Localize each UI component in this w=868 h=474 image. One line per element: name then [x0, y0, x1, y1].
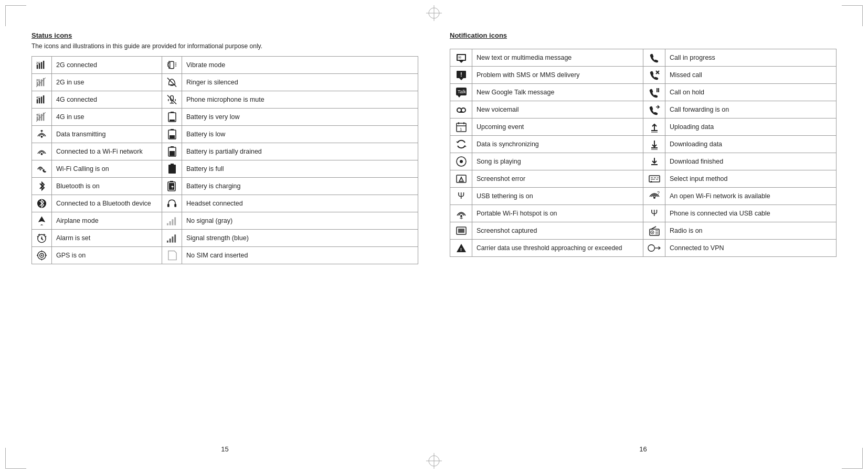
- label-battery-partial: Battery is partially drained: [182, 143, 418, 160]
- svg-rect-29: [39, 98, 40, 104]
- svg-text:Ψ: Ψ: [458, 191, 464, 200]
- svg-text:!: !: [460, 71, 462, 78]
- corner-tr: [842, 5, 863, 26]
- icon-data-transmitting: [32, 126, 52, 143]
- svg-rect-8: [39, 63, 40, 69]
- icon-battery-charging: [162, 178, 182, 195]
- notification-icons-table: ✉ New text or multimedia message Call in…: [450, 49, 837, 257]
- icon-song-playing: [450, 153, 472, 170]
- svg-point-136: [460, 215, 462, 217]
- icon-carrier-threshold: !: [450, 240, 472, 257]
- svg-rect-41: [41, 114, 42, 121]
- svg-rect-65: [167, 204, 170, 207]
- label-data-transmitting: Data transmitting: [52, 126, 162, 143]
- label-no-signal: No signal (gray): [182, 212, 418, 230]
- left-page: Status icons The icons and illustrations…: [31, 31, 418, 453]
- crosshair-bottom: [426, 453, 442, 469]
- icon-call-forwarding: [643, 101, 665, 118]
- icon-bluetooth-on: [32, 178, 52, 195]
- icon-download-finished: [643, 153, 665, 170]
- svg-text:Talk: Talk: [458, 89, 467, 94]
- svg-text:Ψ: Ψ: [651, 209, 658, 218]
- icon-open-wifi: ?: [643, 188, 665, 205]
- icon-bluetooth-connected: [32, 195, 52, 212]
- label-usb-tethering: USB tethering is on: [472, 188, 643, 205]
- label-ringer-silenced: Ringer is silenced: [182, 74, 418, 91]
- icon-new-message: ✉: [450, 49, 472, 67]
- svg-rect-69: [172, 219, 174, 225]
- right-page: Notification icons ✉ New text or multime…: [450, 31, 837, 453]
- icon-vpn: [643, 240, 665, 257]
- label-battery-full: Battery is full: [182, 160, 418, 178]
- notification-icons-title: Notification icons: [450, 31, 837, 39]
- label-headset: Headset connected: [182, 195, 418, 212]
- svg-point-78: [41, 238, 43, 240]
- label-call-on-hold: Call on hold: [665, 84, 837, 101]
- label-radio-on: Radio is on: [665, 222, 837, 240]
- icon-wifi-calling: [32, 160, 52, 178]
- status-icons-subtitle: The icons and illustrations in this guid…: [31, 42, 418, 50]
- icon-battery-partial: [162, 143, 182, 160]
- label-upcoming-event: Upcoming event: [472, 118, 643, 136]
- icon-voicemail: [450, 101, 472, 118]
- icon-4g-in-use: 4G: [32, 109, 52, 126]
- label-screenshot-captured: Screenshot captured: [472, 222, 643, 240]
- label-voicemail: New voicemail: [472, 101, 643, 118]
- svg-text:!: !: [461, 178, 462, 181]
- corner-tl: [5, 5, 26, 26]
- label-new-message: New text or multimedia message: [472, 49, 643, 67]
- icon-usb-connected: Ψ: [643, 205, 665, 222]
- label-signal-strength: Signal strength (blue): [182, 230, 418, 247]
- label-bluetooth-on: Bluetooth is on: [52, 178, 162, 195]
- svg-rect-82: [174, 234, 176, 242]
- svg-rect-9: [41, 62, 42, 69]
- icon-select-input: [643, 170, 665, 188]
- status-icons-table: 2G 2G connected ⟨: [31, 56, 418, 264]
- svg-text:?: ?: [657, 190, 660, 196]
- icon-gtalk: Talk: [450, 84, 472, 101]
- label-sync: Data is synchronizing: [472, 136, 643, 153]
- svg-marker-92: [459, 61, 463, 63]
- label-downloading: Downloading data: [665, 136, 837, 153]
- svg-rect-30: [41, 96, 42, 103]
- svg-rect-80: [170, 239, 171, 243]
- label-sms-problem: Problem with SMS or MMS delivery: [472, 67, 643, 84]
- svg-point-54: [41, 153, 43, 155]
- icon-ringer-silenced: [162, 74, 182, 91]
- svg-point-120: [460, 160, 463, 163]
- svg-rect-67: [167, 223, 168, 225]
- label-select-input: Select input method: [665, 170, 837, 188]
- left-page-number: 15: [31, 435, 418, 453]
- svg-rect-10: [43, 61, 44, 69]
- icon-battery-full: [162, 160, 182, 178]
- label-wifi-connected: Connected to a Wi-Fi network: [52, 143, 162, 160]
- corner-br: [842, 448, 863, 469]
- label-alarm: Alarm is set: [52, 230, 162, 247]
- status-icons-title: Status icons: [31, 31, 418, 39]
- icon-2g-connected: 2G: [32, 57, 52, 74]
- svg-rect-66: [174, 204, 176, 207]
- label-open-wifi: An open Wi-Fi network is available: [665, 188, 837, 205]
- label-wifi-calling: Wi-Fi Calling is on: [52, 160, 162, 178]
- icon-gps: [32, 247, 52, 264]
- svg-marker-90: [168, 251, 176, 260]
- icon-screenshot-error: !: [450, 170, 472, 188]
- svg-rect-125: [649, 176, 660, 182]
- icon-call-on-hold: [643, 84, 665, 101]
- icon-battery-very-low: [162, 109, 182, 126]
- svg-rect-60: [168, 165, 176, 174]
- label-screenshot-error: Screenshot error: [472, 170, 643, 188]
- svg-text:✉: ✉: [458, 56, 461, 59]
- label-download-finished: Download finished: [665, 153, 837, 170]
- label-battery-very-low: Battery is very low: [182, 109, 418, 126]
- svg-point-134: [653, 197, 655, 199]
- label-bluetooth-connected: Connected to a Bluetooth device: [52, 195, 162, 212]
- corner-bl: [5, 448, 26, 469]
- icon-battery-low: [162, 126, 182, 143]
- label-call-forwarding: Call forwarding is on: [665, 101, 837, 118]
- icon-call-in-progress: [643, 49, 665, 67]
- svg-rect-31: [43, 95, 44, 103]
- icon-airplane: [32, 212, 52, 230]
- label-4g-in-use: 4G in use: [52, 109, 162, 126]
- svg-rect-25: [171, 85, 174, 86]
